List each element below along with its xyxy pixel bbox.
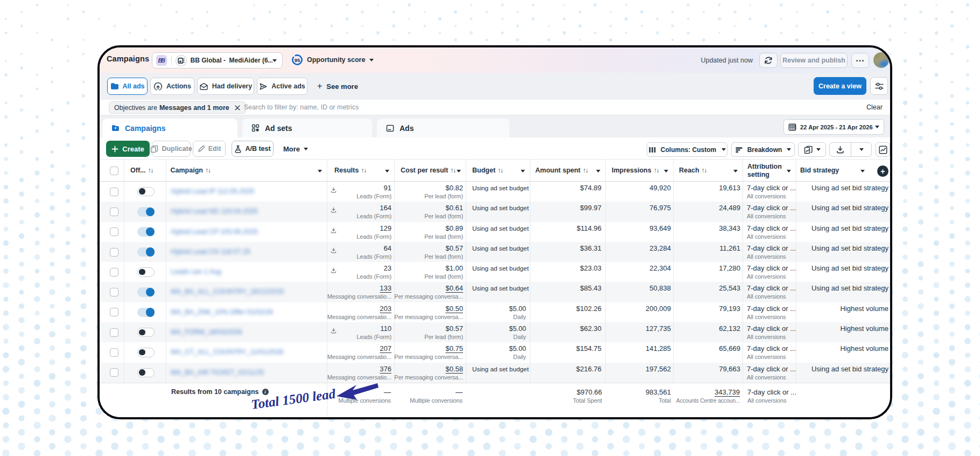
svg-text:95: 95 <box>295 57 300 63</box>
